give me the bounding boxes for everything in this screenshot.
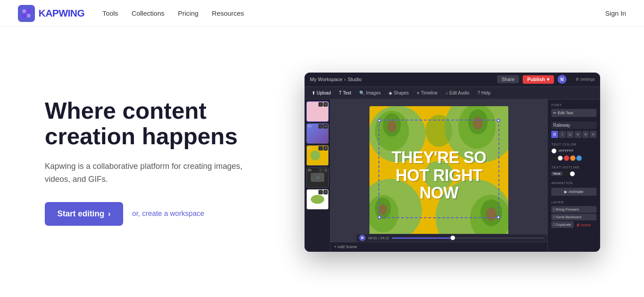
play-icon <box>361 237 364 239</box>
clip-delete-2[interactable]: ✕ <box>323 124 328 129</box>
send-backward-button[interactable]: □ Send Backward <box>551 214 597 220</box>
toolbar-help[interactable]: ? Help <box>474 90 494 96</box>
add-scene-button[interactable]: + Add Scene <box>334 245 357 249</box>
canvas-image: THEY'RE SO HOT RIGHT NOW <box>369 106 508 245</box>
outline-swatch-dark[interactable] <box>563 171 569 176</box>
timeline-bar[interactable] <box>392 237 545 239</box>
editor-toolbar: ⬆ Upload T Text 🔍 Images ◆ Shapes ≡ T <box>305 87 600 99</box>
clip-menu-3[interactable]: ⋮ <box>318 146 323 151</box>
images-icon: 🔍 <box>359 90 365 95</box>
format-row: B I U ≡ ≡ ≡ <box>551 131 597 138</box>
bold-button[interactable]: B <box>551 131 558 138</box>
nav-tools[interactable]: Tools <box>103 9 118 17</box>
clip-delete-3[interactable]: ✕ <box>323 146 328 151</box>
clip-item-3[interactable]: 3s ⋮ ✕ <box>306 145 329 166</box>
text-color-label: TEXT COLOR <box>551 142 597 146</box>
topbar-actions: Share Publish ▾ N <box>497 75 567 84</box>
swatch-red[interactable] <box>564 155 569 161</box>
underline-button[interactable]: U <box>567 131 573 138</box>
animate-button[interactable]: ▶ Animate <box>551 188 597 196</box>
layer-section: LAYER □ Bring Forward □ Send Backward □ <box>551 200 597 229</box>
align-left-button[interactable]: ≡ <box>575 131 581 138</box>
clip-delete-5[interactable]: ✕ <box>323 190 328 194</box>
clip-delete-4[interactable]: ✕ <box>323 168 328 172</box>
nav-resources[interactable]: Resources <box>212 9 244 17</box>
clip-item-4[interactable]: 📹 3s ⋮ ✕ <box>306 167 329 188</box>
swatch-black[interactable] <box>551 155 557 161</box>
editor-topbar: My Workspace › Studio Share Publish ▾ N … <box>305 73 600 87</box>
animation-label: ANIMATION <box>551 181 597 185</box>
toolbar-upload[interactable]: ⬆ Upload <box>308 90 335 96</box>
align-center-button[interactable]: ≡ <box>582 131 589 138</box>
bottom-bar: + Add Scene <box>331 242 547 252</box>
hero-section: Where content creation happens Kapwing i… <box>0 27 644 297</box>
clip-badge-2: 4s <box>308 124 311 128</box>
clip-delete-1[interactable]: ✕ <box>323 102 328 107</box>
clip-menu-2[interactable]: ⋮ <box>318 124 323 129</box>
delete-button[interactable]: 🗑 Delete <box>575 221 597 229</box>
logo[interactable]: KAPWING <box>18 5 85 22</box>
toolbar-text[interactable]: T Text <box>335 90 355 96</box>
clip-menu-4[interactable]: ⋮ <box>318 168 323 172</box>
send-backward-icon: □ <box>553 215 555 219</box>
share-button[interactable]: Share <box>497 75 519 83</box>
layer-label: LAYER <box>551 200 597 204</box>
svg-rect-0 <box>22 9 26 13</box>
svg-point-15 <box>486 207 497 221</box>
editor-window: My Workspace › Studio Share Publish ▾ N … <box>305 73 600 252</box>
duplicate-button[interactable]: □ Duplicate <box>551 221 574 228</box>
navbar: KAPWING Tools Collections Pricing Resour… <box>0 0 644 27</box>
toolbar-timeline[interactable]: ≡ Timeline <box>413 90 441 96</box>
toolbar-shapes[interactable]: ◆ Shapes <box>385 90 412 96</box>
svg-rect-3 <box>27 14 30 17</box>
bring-forward-button[interactable]: □ Bring Forward <box>551 206 597 213</box>
align-right-button[interactable]: ≡ <box>590 131 597 138</box>
settings-label[interactable]: ⚙ Settings <box>575 77 595 82</box>
clip-menu-5[interactable]: ⋮ <box>318 190 323 194</box>
swatch-white[interactable] <box>558 155 563 161</box>
clips-panel: 2s ⋮ ✕ 4s ⋮ ✕ <box>305 99 331 252</box>
clip-item-5[interactable]: ⋮ ✕ <box>306 189 329 210</box>
font-name-display: Raleway <box>551 121 597 129</box>
timeline-thumb[interactable] <box>451 236 455 240</box>
nav-collections[interactable]: Collections <box>132 9 164 17</box>
italic-button[interactable]: I <box>559 131 566 138</box>
create-workspace-link[interactable]: or, create a workspace <box>132 210 204 218</box>
hero-title: Where content creation happens <box>45 98 269 149</box>
svg-point-12 <box>379 204 387 215</box>
clip-badge-1: 2s <box>308 102 311 106</box>
clip-item-2[interactable]: 4s ⋮ ✕ <box>306 123 329 144</box>
breadcrumb: My Workspace › Studio <box>310 77 361 82</box>
svg-point-16 <box>425 115 452 147</box>
audio-icon: ♪ <box>446 90 448 95</box>
editor-body: 2s ⋮ ✕ 4s ⋮ ✕ <box>305 99 600 252</box>
toolbar-images[interactable]: 🔍 Images <box>356 90 384 96</box>
clip-menu-1[interactable]: ⋮ <box>318 102 323 107</box>
canvas-area[interactable]: THEY'RE SO HOT RIGHT NOW <box>331 99 547 252</box>
start-editing-button[interactable]: Start editing › <box>45 202 123 226</box>
clip-item-1[interactable]: 2s ⋮ ✕ <box>306 101 329 122</box>
color-circle[interactable] <box>551 148 557 154</box>
play-button[interactable] <box>359 235 365 241</box>
swatch-blue[interactable] <box>576 155 582 161</box>
text-icon: T <box>339 90 342 95</box>
svg-rect-1 <box>27 9 30 13</box>
editor-mockup: My Workspace › Studio Share Publish ▾ N … <box>305 73 608 252</box>
outline-none-button[interactable]: None <box>551 172 562 176</box>
signin-button[interactable]: Sign In <box>605 9 626 17</box>
publish-button[interactable]: Publish ▾ <box>523 75 554 84</box>
user-avatar[interactable]: N <box>558 75 567 84</box>
outline-swatch-white[interactable] <box>570 171 575 176</box>
swatch-orange[interactable] <box>570 155 575 161</box>
toolbar-audio[interactable]: ♪ Edit Audio <box>442 90 473 96</box>
nav-pricing[interactable]: Pricing <box>178 9 198 17</box>
clip-badge-4: 3s <box>308 168 311 172</box>
edit-text-button[interactable]: ✏ Edit Text <box>551 109 597 117</box>
clip-badge-3: 3s <box>308 146 311 150</box>
canvas-text: THEY'RE SO HOT RIGHT NOW <box>391 149 486 202</box>
font-section: FONT ✏ Edit Text <box>551 103 597 117</box>
playback-bar: 09:31 / 24:12 <box>356 234 547 242</box>
font-name-section: Raleway B I U ≡ ≡ ≡ <box>551 121 597 138</box>
svg-point-9 <box>473 117 483 129</box>
timeline-icon: ≡ <box>417 90 420 95</box>
